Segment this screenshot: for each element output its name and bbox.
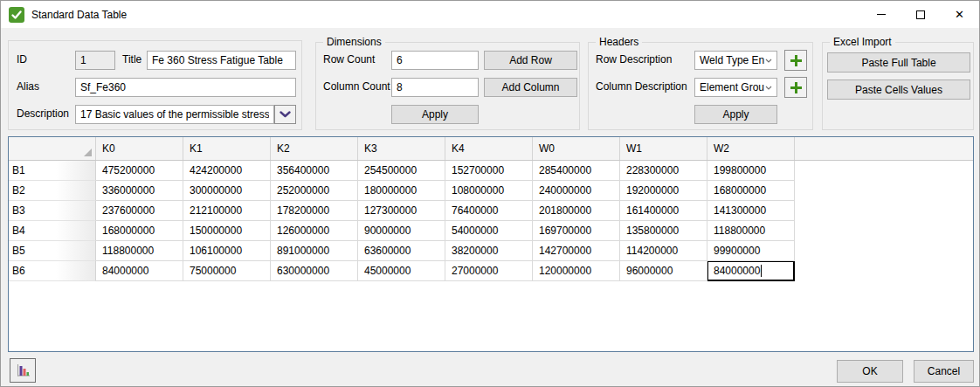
cell-value: 27000000 bbox=[452, 265, 498, 277]
cell-value: 127300000 bbox=[364, 204, 417, 217]
table-cell[interactable]: 45000000 bbox=[358, 261, 445, 281]
cell-value: 84000000 bbox=[714, 265, 760, 277]
table-cell[interactable]: 356400000 bbox=[271, 161, 358, 181]
ok-button[interactable]: OK bbox=[837, 360, 903, 383]
table-cell[interactable]: 99900000 bbox=[707, 241, 795, 261]
cell-value: 475200000 bbox=[102, 164, 155, 176]
table-cell[interactable]: 76400000 bbox=[445, 201, 533, 221]
table-cell[interactable]: 96000000 bbox=[620, 261, 707, 281]
table-cell[interactable]: 114200000 bbox=[620, 241, 707, 261]
table-cell[interactable]: 630000000 bbox=[271, 261, 358, 281]
cell-value: 168000000 bbox=[714, 184, 766, 197]
table-cell[interactable]: 27000000 bbox=[445, 261, 533, 281]
table-cell[interactable]: 285400000 bbox=[533, 161, 620, 181]
column-header[interactable]: K0 bbox=[96, 137, 183, 160]
close-button[interactable]: ✕ bbox=[940, 1, 979, 28]
cancel-button[interactable]: Cancel bbox=[914, 360, 974, 383]
table-cell[interactable]: 141300000 bbox=[707, 201, 795, 221]
column-header[interactable]: W2 bbox=[707, 137, 795, 160]
table-cell[interactable]: 424200000 bbox=[183, 161, 271, 181]
add-row-button[interactable]: Add Row bbox=[484, 51, 577, 70]
table-cell[interactable]: 118800000 bbox=[707, 221, 795, 241]
table-cell[interactable]: 150000000 bbox=[183, 221, 271, 241]
table-cell[interactable]: 169700000 bbox=[533, 221, 620, 241]
table-cell[interactable]: 135800000 bbox=[620, 221, 707, 241]
column-header[interactable]: K3 bbox=[358, 137, 445, 160]
cell-value: 142700000 bbox=[539, 245, 591, 257]
table-cell[interactable]: 120000000 bbox=[533, 261, 620, 281]
table-cell[interactable]: 75000000 bbox=[183, 261, 271, 281]
chart-button[interactable] bbox=[10, 358, 36, 383]
title-label: Title bbox=[122, 53, 141, 66]
table-cell[interactable]: 84000000 bbox=[96, 261, 183, 281]
table-cell[interactable]: 254500000 bbox=[358, 161, 445, 181]
paste-full-table-button[interactable]: Paste Full Table bbox=[827, 52, 970, 73]
table-cell[interactable]: 201800000 bbox=[533, 201, 620, 221]
maximize-button[interactable] bbox=[901, 1, 940, 28]
header-filler bbox=[795, 137, 973, 160]
description-dropdown-button[interactable] bbox=[274, 105, 296, 124]
table-cell[interactable]: 192000000 bbox=[620, 181, 707, 201]
table-cell[interactable]: 252000000 bbox=[271, 181, 358, 201]
id-field[interactable] bbox=[75, 51, 115, 70]
table-cell[interactable]: 199800000 bbox=[707, 161, 795, 181]
column-header[interactable]: K1 bbox=[183, 137, 271, 160]
description-field[interactable] bbox=[75, 105, 274, 124]
table-cell[interactable]: 54000000 bbox=[445, 221, 533, 241]
cell-value: 76400000 bbox=[452, 204, 498, 217]
table-cell[interactable]: 142700000 bbox=[533, 241, 620, 261]
row-header[interactable]: B3 bbox=[9, 201, 96, 221]
column-header[interactable]: K4 bbox=[445, 137, 533, 160]
table-cell[interactable]: 228300000 bbox=[620, 161, 707, 181]
table-cell[interactable]: 38200000 bbox=[445, 241, 533, 261]
table-cell[interactable]: 90000000 bbox=[358, 221, 445, 241]
table-cell[interactable]: 84000000 bbox=[707, 261, 795, 281]
cell-value: 118800000 bbox=[102, 245, 154, 257]
table-cell[interactable]: 168000000 bbox=[96, 221, 183, 241]
table-cell[interactable]: 475200000 bbox=[96, 161, 183, 181]
cell-value: 108000000 bbox=[452, 184, 504, 197]
row-header[interactable]: B1 bbox=[9, 161, 96, 181]
row-count-field[interactable] bbox=[391, 51, 479, 70]
headers-apply-button[interactable]: Apply bbox=[694, 105, 777, 124]
add-column-button[interactable]: Add Column bbox=[484, 78, 577, 97]
dimensions-apply-button[interactable]: Apply bbox=[391, 105, 479, 124]
table-cell[interactable]: 152700000 bbox=[445, 161, 533, 181]
table-cell[interactable]: 237600000 bbox=[96, 201, 183, 221]
table-cell[interactable]: 126000000 bbox=[271, 221, 358, 241]
row-description-combo[interactable]: Weld Type En bbox=[694, 51, 777, 70]
column-header[interactable]: W1 bbox=[620, 137, 707, 160]
cell-value: 120000000 bbox=[539, 265, 591, 277]
row-filler bbox=[795, 241, 973, 261]
table-cell[interactable]: 212100000 bbox=[183, 201, 271, 221]
table-cell[interactable]: 161400000 bbox=[620, 201, 707, 221]
row-header[interactable]: B6 bbox=[9, 261, 96, 281]
add-row-description-button[interactable] bbox=[784, 50, 807, 71]
title-field[interactable] bbox=[147, 51, 296, 70]
alias-field[interactable] bbox=[75, 78, 296, 97]
table-cell[interactable]: 178200000 bbox=[271, 201, 358, 221]
column-description-combo[interactable]: Element Grou bbox=[694, 78, 777, 97]
row-header[interactable]: B2 bbox=[9, 181, 96, 201]
add-column-description-button[interactable] bbox=[784, 77, 807, 98]
row-header[interactable]: B5 bbox=[9, 241, 96, 261]
table-cell[interactable]: 240000000 bbox=[533, 181, 620, 201]
table-cell[interactable]: 127300000 bbox=[358, 201, 445, 221]
table-cell[interactable]: 891000000 bbox=[271, 241, 358, 261]
table-cell[interactable]: 168000000 bbox=[707, 181, 795, 201]
column-count-field[interactable] bbox=[391, 78, 479, 97]
table-cell[interactable]: 118800000 bbox=[96, 241, 183, 261]
row-header[interactable]: B4 bbox=[9, 221, 96, 241]
table-cell[interactable]: 300000000 bbox=[183, 181, 271, 201]
table-cell[interactable]: 63600000 bbox=[358, 241, 445, 261]
column-header[interactable]: K2 bbox=[271, 137, 358, 160]
table-cell[interactable]: 180000000 bbox=[358, 181, 445, 201]
select-all-corner[interactable] bbox=[9, 137, 96, 160]
table-cell[interactable]: 336000000 bbox=[96, 181, 183, 201]
paste-cells-values-button[interactable]: Paste Cells Values bbox=[827, 79, 970, 100]
minimize-button[interactable] bbox=[861, 1, 901, 28]
column-header[interactable]: W0 bbox=[533, 137, 620, 160]
window-title: Standard Data Table bbox=[31, 9, 127, 21]
table-cell[interactable]: 108000000 bbox=[445, 181, 533, 201]
table-cell[interactable]: 106100000 bbox=[183, 241, 271, 261]
